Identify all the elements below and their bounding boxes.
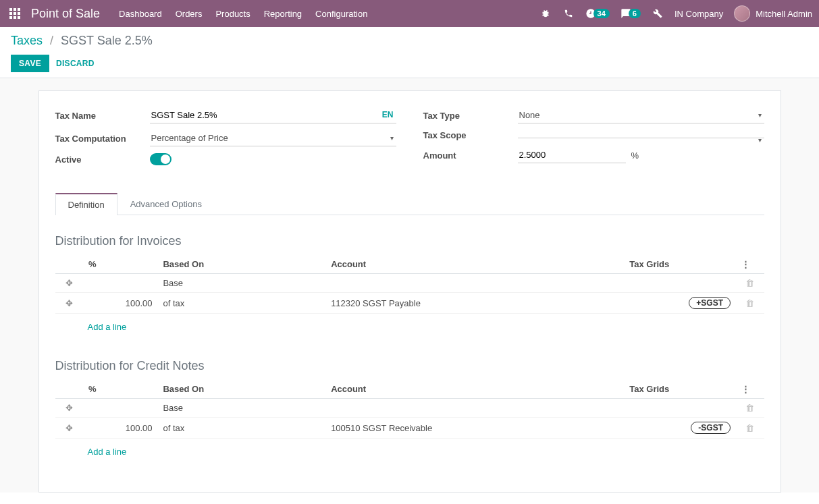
app-brand[interactable]: Point of Sale <box>31 7 100 21</box>
col-pct: % <box>83 255 158 274</box>
tax-computation-value: Percentage of Price <box>151 133 228 143</box>
tax-type-select[interactable]: None ▾ <box>518 107 764 123</box>
tools-icon[interactable] <box>652 7 664 20</box>
cell-account[interactable] <box>325 274 624 293</box>
tax-grid-tag[interactable]: -SGST <box>691 422 731 434</box>
col-based-on: Based On <box>157 255 325 274</box>
cell-tax-grids[interactable] <box>624 274 736 293</box>
tax-name-label: Tax Name <box>55 111 150 121</box>
tax-computation-select[interactable]: Percentage of Price ▾ <box>150 130 396 146</box>
user-name: Mitchell Admin <box>756 9 812 19</box>
tax-computation-label: Tax Computation <box>55 134 150 144</box>
menu-reporting[interactable]: Reporting <box>264 9 302 19</box>
menu-orders[interactable]: Orders <box>176 9 203 19</box>
tax-scope-label: Tax Scope <box>423 130 518 140</box>
delete-row-icon[interactable]: 🗑 <box>745 298 754 308</box>
credit-notes-table: % Based On Account Tax Grids ⋮ ✥ Base 🗑 <box>55 380 764 465</box>
tax-name-input[interactable] <box>150 107 396 123</box>
discuss-button[interactable]: 6 <box>620 8 641 19</box>
discard-button[interactable]: DISCARD <box>56 59 95 68</box>
tab-advanced-options[interactable]: Advanced Options <box>117 193 215 215</box>
table-row[interactable]: ✥ Base 🗑 <box>55 274 764 293</box>
translate-button[interactable]: EN <box>382 110 394 119</box>
drag-handle-icon[interactable]: ✥ <box>55 293 83 314</box>
drag-handle-icon[interactable]: ✥ <box>55 274 83 293</box>
add-line-link[interactable]: Add a line <box>61 443 132 461</box>
cell-based-on[interactable]: Base <box>157 399 325 418</box>
activity-button[interactable]: 34 <box>585 8 610 19</box>
avatar <box>734 5 750 22</box>
breadcrumb-sep: / <box>50 34 53 47</box>
delete-row-icon[interactable]: 🗑 <box>745 278 754 288</box>
delete-row-icon[interactable]: 🗑 <box>745 423 754 433</box>
active-label: Active <box>55 155 150 165</box>
top-navbar: Point of Sale Dashboard Orders Products … <box>0 0 819 27</box>
active-toggle[interactable] <box>150 153 171 165</box>
control-panel: Taxes / SGST Sale 2.5% SAVE DISCARD <box>0 27 819 78</box>
breadcrumb: Taxes / SGST Sale 2.5% <box>11 34 808 48</box>
cell-account[interactable]: 100510 SGST Receivable <box>325 418 624 439</box>
amount-label: Amount <box>423 150 518 161</box>
cell-account[interactable] <box>325 399 624 418</box>
drag-handle-icon[interactable]: ✥ <box>55 399 83 418</box>
col-tax-grids: Tax Grids <box>624 255 736 274</box>
menu-configuration[interactable]: Configuration <box>315 9 367 19</box>
menu-dashboard[interactable]: Dashboard <box>119 9 162 19</box>
col-account: Account <box>325 380 624 399</box>
cell-tax-grids[interactable] <box>624 399 736 418</box>
breadcrumb-root[interactable]: Taxes <box>11 34 43 47</box>
delete-row-icon[interactable]: 🗑 <box>745 403 754 413</box>
breadcrumb-current: SGST Sale 2.5% <box>61 34 153 47</box>
cell-pct[interactable] <box>83 274 158 293</box>
tax-grid-tag[interactable]: +SGST <box>689 297 731 309</box>
tab-definition[interactable]: Definition <box>55 193 117 215</box>
table-row[interactable]: ✥ 100.00 of tax 100510 SGST Receivable -… <box>55 418 764 439</box>
cell-pct[interactable] <box>83 399 158 418</box>
cell-tax-grids[interactable]: +SGST <box>624 293 736 314</box>
apps-icon <box>9 8 20 19</box>
col-based-on: Based On <box>157 380 325 399</box>
col-account: Account <box>325 255 624 274</box>
tax-type-label: Tax Type <box>423 111 518 121</box>
column-options-icon[interactable]: ⋮ <box>741 259 750 269</box>
company-switcher[interactable]: IN Company <box>675 9 723 19</box>
discuss-badge: 6 <box>629 9 641 18</box>
main-menu: Dashboard Orders Products Reporting Conf… <box>119 9 539 19</box>
table-row[interactable]: ✥ 100.00 of tax 112320 SGST Payable +SGS… <box>55 293 764 314</box>
cell-account[interactable]: 112320 SGST Payable <box>325 293 624 314</box>
save-button[interactable]: SAVE <box>11 55 49 72</box>
cell-based-on[interactable]: Base <box>157 274 325 293</box>
amount-suffix: % <box>631 150 639 161</box>
cell-pct[interactable]: 100.00 <box>83 418 158 439</box>
phone-icon[interactable] <box>562 7 575 20</box>
tab-bar: Definition Advanced Options <box>55 192 764 215</box>
invoices-section-title: Distribution for Invoices <box>55 234 764 248</box>
activity-badge: 34 <box>593 9 610 18</box>
navbar-right: 34 6 IN Company Mitchell Admin <box>539 5 812 22</box>
add-line-link[interactable]: Add a line <box>61 318 132 336</box>
cell-based-on[interactable]: of tax <box>157 293 325 314</box>
col-pct: % <box>83 380 158 399</box>
chevron-down-icon: ▾ <box>758 111 762 119</box>
tax-type-value: None <box>519 110 540 120</box>
chevron-down-icon: ▾ <box>758 136 762 144</box>
drag-handle-icon[interactable]: ✥ <box>55 418 83 439</box>
cell-based-on[interactable]: of tax <box>157 418 325 439</box>
sheet-background: Tax Name EN Tax Computation Percentage o… <box>0 78 819 493</box>
credit-notes-section-title: Distribution for Credit Notes <box>55 359 764 373</box>
chevron-down-icon: ▾ <box>390 134 394 142</box>
invoices-table: % Based On Account Tax Grids ⋮ ✥ Base 🗑 <box>55 255 764 340</box>
user-menu[interactable]: Mitchell Admin <box>734 5 812 22</box>
col-tax-grids: Tax Grids <box>624 380 736 399</box>
tax-scope-select[interactable]: ▾ <box>518 132 764 138</box>
menu-products[interactable]: Products <box>215 9 250 19</box>
column-options-icon[interactable]: ⋮ <box>741 384 750 394</box>
cell-pct[interactable]: 100.00 <box>83 293 158 314</box>
apps-menu-button[interactable] <box>7 5 23 22</box>
amount-input[interactable] <box>518 147 626 163</box>
cell-tax-grids[interactable]: -SGST <box>624 418 736 439</box>
debug-icon[interactable] <box>539 7 552 20</box>
table-row[interactable]: ✥ Base 🗑 <box>55 399 764 418</box>
form-sheet: Tax Name EN Tax Computation Percentage o… <box>38 90 781 493</box>
